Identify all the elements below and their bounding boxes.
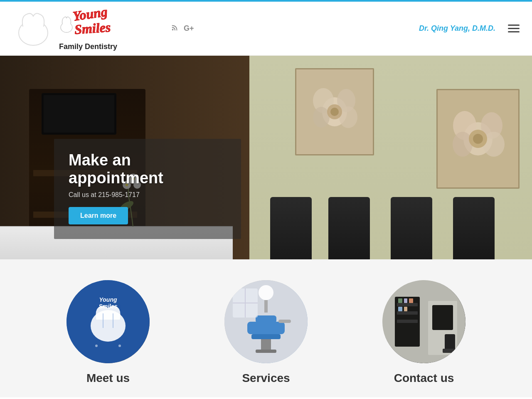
young-smiles-svg: .ys-text { font-family: 'Arial Black', '… [59,6,150,37]
hero-section: Make an appointment Call us at 215-985-1… [0,56,532,259]
svg-rect-54 [404,307,407,311]
doctor-name: Dr. Qing Yang, D.M.D. [419,24,495,33]
logo-text-block: .ys-text { font-family: 'Arial Black', '… [59,6,150,51]
gplus-icon[interactable]: G+ [184,24,194,33]
card-circle-services [224,280,308,363]
svg-point-32 [118,345,121,347]
header: .ys-text { font-family: 'Arial Black', '… [0,2,532,56]
flower-painting-1 [295,68,374,155]
svg-point-12 [330,108,339,116]
card-contact-us[interactable]: Contact us [362,280,486,385]
svg-rect-52 [409,298,413,303]
flower-painting-2 [436,89,520,189]
svg-rect-47 [397,303,418,306]
services-svg [224,280,308,363]
svg-point-9 [313,107,330,128]
header-left: .ys-text { font-family: 'Arial Black', '… [12,6,194,51]
svg-rect-39 [278,320,291,323]
svg-rect-57 [445,334,455,351]
svg-point-20 [473,134,483,144]
flower-svg-2 [438,90,518,187]
svg-point-34 [259,285,273,300]
chair-4 [453,197,495,259]
svg-rect-38 [256,315,276,323]
flower-svg-1 [296,69,373,154]
hamburger-line-2 [508,28,520,29]
svg-rect-41 [256,350,276,353]
svg-point-10 [339,106,357,128]
hero-subtitle: Call us at 215-985-1717 [69,191,227,199]
tv-screen [42,93,116,135]
meet-us-svg: Young Smiles [66,280,150,363]
svg-text:Smiles: Smiles [99,303,117,310]
svg-rect-40 [261,339,271,350]
svg-rect-58 [443,349,457,353]
header-right: Dr. Qing Yang, D.M.D. [419,24,520,33]
svg-rect-37 [251,334,281,339]
hamburger-menu[interactable] [508,25,520,32]
card-services[interactable]: Services [204,280,328,385]
svg-rect-51 [404,298,407,303]
card-circle-meet-us: Young Smiles [66,280,150,363]
rss-icon[interactable] [171,24,179,33]
cards-row: Young Smiles Meet us [0,280,532,385]
header-social: G+ [171,24,194,33]
chair-1 [270,197,312,259]
hamburger-line-3 [508,31,520,32]
card-label-services: Services [242,372,290,385]
hero-overlay: Make an appointment Call us at 215-985-1… [54,139,241,239]
svg-text:Young: Young [99,296,117,303]
hamburger-line-1 [508,25,520,26]
svg-rect-48 [397,311,418,315]
hero-title: Make an appointment [69,151,227,187]
svg-point-31 [95,345,98,347]
card-circle-contact-us [382,280,466,363]
svg-point-4 [172,29,174,31]
chair-3 [391,197,432,259]
cards-section: Young Smiles Meet us [0,259,532,397]
learn-more-button[interactable]: Learn more [69,207,128,224]
card-label-meet-us: Meet us [86,372,130,385]
svg-rect-36 [247,322,285,334]
chair-2 [328,197,370,259]
svg-text:Smiles: Smiles [74,20,111,37]
logo-icon [12,8,54,49]
svg-rect-50 [398,298,402,303]
contact-us-svg [382,280,466,363]
logo-family-dentistry: Family Dentistry [59,42,117,51]
svg-rect-35 [264,300,268,313]
svg-rect-49 [397,320,418,323]
svg-rect-56 [432,305,453,330]
card-meet-us[interactable]: Young Smiles Meet us [46,280,170,385]
card-label-contact-us: Contact us [394,372,454,385]
logo[interactable]: .ys-text { font-family: 'Arial Black', '… [12,6,150,51]
svg-rect-53 [398,307,402,311]
